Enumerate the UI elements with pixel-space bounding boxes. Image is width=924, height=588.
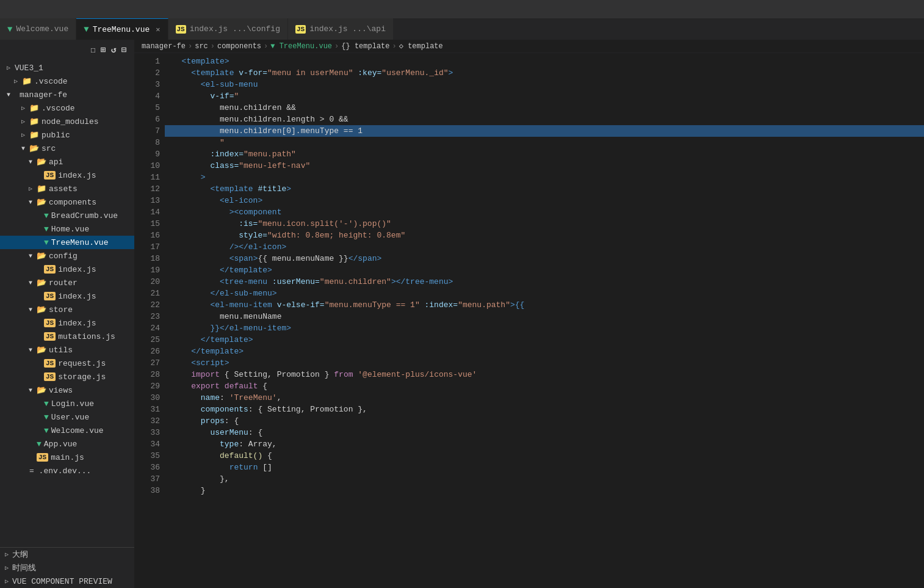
code-line: menu.children.length > 0 && xyxy=(165,114,924,125)
code-line: import { Setting, Promotion } from '@ele… xyxy=(165,369,924,380)
sidebar-item-assets[interactable]: ▷ 📁 assets xyxy=(0,182,134,195)
sidebar-item-api[interactable]: ▼ 📂 api xyxy=(0,155,134,169)
code-line: menu.menuName xyxy=(165,311,924,322)
code-line: <el-menu-item v-else-if="menu.menuType =… xyxy=(165,299,924,311)
code-content[interactable]: <template> <template v-for="menu in user… xyxy=(165,53,924,588)
sidebar-item-welcome-vue[interactable]: ▼ Welcome.vue xyxy=(0,424,134,437)
sidebar-item-login[interactable]: ▼ Login.vue xyxy=(0,397,134,410)
tab-close-treemenu[interactable]: ✕ xyxy=(156,25,160,34)
sidebar-item-vue3[interactable]: ▷ VUE3_1 xyxy=(0,61,134,74)
sidebar-item-label: views xyxy=(49,386,73,395)
sidebar-item-label: index.js xyxy=(58,171,96,180)
tab-label-index-api: index.js ...\api xyxy=(309,24,386,34)
sidebar-item-env[interactable]: = .env.dev... xyxy=(0,464,134,477)
code-editor: 1234567891011121314151617181920212223242… xyxy=(134,53,924,588)
sidebar-item-src[interactable]: ▼ 📂 src xyxy=(0,142,134,155)
tabs-bar: ▼ Welcome.vue ▼ TreeMenu.vue ✕ JS index.… xyxy=(0,18,924,40)
sidebar-item-config[interactable]: ▼ 📂 config xyxy=(0,249,134,263)
arrow-icon: ▷ xyxy=(20,104,27,112)
vue-file-icon: ▼ xyxy=(44,238,49,247)
code-line: props: { xyxy=(165,415,924,427)
sidebar-item-label: index.js xyxy=(58,265,96,274)
sidebar-item-vscode1[interactable]: ▷ 📁 .vscode xyxy=(0,74,134,88)
sidebar-tree: ▷ VUE3_1 ▷ 📁 .vscode ▼ manager-fe ▷ 📁 .v… xyxy=(0,60,134,547)
collapse-icon[interactable]: ⊟ xyxy=(121,45,127,55)
sidebar-item-views[interactable]: ▼ 📂 views xyxy=(0,383,134,397)
code-line: menu.children[0].menuType == 1 xyxy=(165,125,924,137)
sidebar-item-treemenu[interactable]: ▼ TreeMenu.vue xyxy=(0,236,134,249)
sidebar-item-vscode2[interactable]: ▷ 📁 .vscode xyxy=(0,101,134,115)
sidebar-bottom-timeline[interactable]: ▷ 时间线 xyxy=(0,561,134,575)
sidebar-bottom-dagang[interactable]: ▷ 大纲 xyxy=(0,548,134,561)
sidebar-item-utils[interactable]: ▼ 📂 utils xyxy=(0,343,134,357)
arrow-icon: ▼ xyxy=(27,307,34,313)
vue-file-icon: ▼ xyxy=(37,440,42,449)
sidebar-item-label: VUE3_1 xyxy=(15,64,43,73)
new-folder-icon[interactable]: ⊞ xyxy=(101,45,106,55)
code-line: " xyxy=(165,137,924,148)
new-file-icon[interactable]: ☐ xyxy=(90,45,96,55)
folder-icon: 📂 xyxy=(37,345,46,355)
sidebar-bottom-vue-preview[interactable]: ▷ VUE COMPONENT PREVIEW xyxy=(0,575,134,588)
sidebar-item-main-js[interactable]: JS main.js xyxy=(0,451,134,464)
folder-icon: 📁 xyxy=(37,184,46,194)
breadcrumb-part: src xyxy=(195,42,208,51)
sidebar-item-components[interactable]: ▼ 📂 components xyxy=(0,195,134,209)
arrow-icon: ▷ xyxy=(20,131,27,139)
code-line: }, xyxy=(165,473,924,485)
code-line: </template> xyxy=(165,346,924,357)
js-file-icon: JS xyxy=(44,332,56,341)
arrow-icon: ▷ xyxy=(5,64,12,71)
sidebar-item-user[interactable]: ▼ User.vue xyxy=(0,410,134,424)
folder-icon: 📂 xyxy=(37,251,46,261)
folder-icon: 📂 xyxy=(37,305,46,314)
code-line: <script> xyxy=(165,357,924,369)
tab-welcome[interactable]: ▼ Welcome.vue xyxy=(0,18,76,40)
sidebar-item-label: Login.vue xyxy=(51,399,94,408)
sidebar-item-store[interactable]: ▼ 📂 store xyxy=(0,303,134,316)
tab-treemenu[interactable]: ▼ TreeMenu.vue ✕ xyxy=(76,18,168,40)
sidebar-item-home[interactable]: ▼ Home.vue xyxy=(0,222,134,236)
code-line: return [] xyxy=(165,462,924,473)
sidebar-item-store-index[interactable]: JS index.js xyxy=(0,316,134,330)
sidebar-item-storage[interactable]: JS storage.js xyxy=(0,370,134,383)
sidebar-item-api-index[interactable]: JS index.js xyxy=(0,169,134,182)
code-line: ><component xyxy=(165,206,924,218)
sidebar-item-label: request.js xyxy=(58,359,106,368)
code-line: components: { Setting, Promotion }, xyxy=(165,404,924,415)
folder-icon: 📁 xyxy=(29,130,39,140)
sidebar-item-config-index[interactable]: JS index.js xyxy=(0,263,134,276)
sidebar-item-label: public xyxy=(42,131,70,140)
sidebar-item-manager-fe[interactable]: ▼ manager-fe xyxy=(0,88,134,101)
tab-index-api[interactable]: JS index.js ...\api xyxy=(288,18,394,40)
folder-icon: 📁 xyxy=(22,76,32,86)
sidebar-item-public[interactable]: ▷ 📁 public xyxy=(0,128,134,142)
js-file-icon: JS xyxy=(44,171,56,180)
breadcrumb-part-vue: ▼ TreeMenu.vue xyxy=(270,42,332,51)
tab-index-config[interactable]: JS index.js ...\config xyxy=(168,18,288,40)
sidebar-item-label: components xyxy=(49,198,96,207)
title-bar xyxy=(0,0,924,18)
sidebar-item-node-modules[interactable]: ▷ 📁 node_modules xyxy=(0,115,134,128)
sidebar-item-request[interactable]: JS request.js xyxy=(0,357,134,370)
folder-icon: 📂 xyxy=(29,143,39,153)
sidebar-item-router[interactable]: ▼ 📂 router xyxy=(0,276,134,289)
code-line: <template> xyxy=(165,56,924,67)
sidebar-item-app-vue[interactable]: ▼ App.vue xyxy=(0,437,134,451)
sidebar-item-router-index[interactable]: JS index.js xyxy=(0,289,134,303)
sidebar-item-breadcrumb[interactable]: ▼ BreadCrumb.vue xyxy=(0,209,134,222)
refresh-icon[interactable]: ↺ xyxy=(111,45,117,55)
sidebar-item-label: store xyxy=(49,305,73,314)
sidebar-item-label: mutations.js xyxy=(58,332,115,341)
js-file-icon: JS xyxy=(44,292,56,300)
js-file-icon: JS xyxy=(44,359,56,368)
vue-file-icon: ▼ xyxy=(44,426,49,435)
sidebar-item-store-mutations[interactable]: JS mutations.js xyxy=(0,330,134,343)
code-line: </el-sub-menu> xyxy=(165,288,924,299)
code-line: }}</el-menu-item> xyxy=(165,322,924,334)
vue-file-icon: ▼ xyxy=(44,225,49,234)
arrow-icon: ▼ xyxy=(27,280,34,286)
arrow-icon: ▷ xyxy=(5,578,9,585)
vue-file-icon: ▼ xyxy=(44,399,49,408)
code-line: <tree-menu :userMenu="menu.children"></t… xyxy=(165,276,924,288)
